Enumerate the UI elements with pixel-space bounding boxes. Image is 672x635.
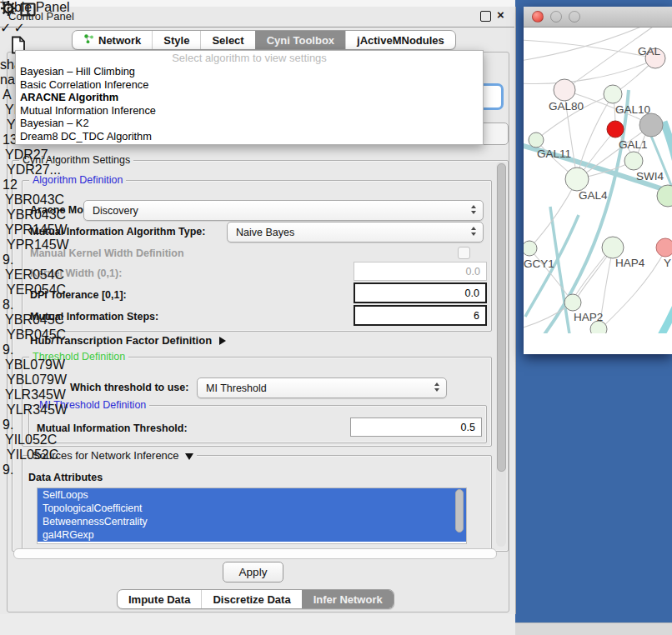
algorithm-option-4[interactable]: Bayesian – K2 bbox=[16, 117, 483, 130]
table-cell: YDR27... bbox=[0, 162, 59, 178]
settings-scrollbar-thumb[interactable] bbox=[497, 163, 506, 472]
node-gal11[interactable] bbox=[529, 132, 544, 148]
node-label-gal11: GAL11 bbox=[537, 148, 571, 160]
tab-impute-data[interactable]: Impute Data bbox=[118, 590, 201, 608]
table-cell: YER054C bbox=[0, 282, 59, 298]
kernel-width-field[interactable]: 0.0 bbox=[354, 262, 487, 281]
table-row-6[interactable]: YBL079WYBL079W bbox=[0, 358, 68, 388]
table-row-4[interactable]: YER054CYER054C8. bbox=[0, 268, 68, 312]
node-label-gcy1: GCY1 bbox=[524, 258, 554, 270]
table-cell: YIL052C bbox=[0, 432, 68, 448]
algorithm-dropdown-list: Bayesian – Hill ClimbingBasic Correlatio… bbox=[16, 65, 483, 142]
node-gcy1[interactable] bbox=[524, 241, 537, 256]
table-cell: 12 bbox=[0, 178, 53, 192]
window-close-button[interactable] bbox=[532, 11, 544, 22]
attribute-item-0[interactable]: SelfLoops bbox=[38, 488, 466, 502]
attribute-list-scrollbar[interactable] bbox=[455, 489, 464, 532]
cyni-bottom-tabs: Impute Data Discretize Data Infer Networ… bbox=[117, 589, 394, 609]
window-minimize-button[interactable] bbox=[550, 11, 562, 22]
manual-kernel-checkbox[interactable] bbox=[458, 247, 470, 259]
mi-steps-field[interactable]: 6 bbox=[354, 305, 487, 326]
window-zoom-button[interactable] bbox=[569, 11, 580, 22]
close-icon[interactable]: × bbox=[497, 8, 504, 22]
table-cell: YLR345W bbox=[0, 402, 59, 418]
table-cell: YER054C bbox=[0, 268, 68, 282]
table-row-1[interactable]: YDR27...YDR27...12 bbox=[0, 148, 68, 192]
table-row-2[interactable]: YBR043CYBR043C bbox=[0, 192, 68, 222]
node-red[interactable] bbox=[607, 121, 624, 138]
chevron-up-down-icon bbox=[434, 382, 439, 392]
node-gal4[interactable] bbox=[565, 168, 589, 191]
node-label-swi4: SWI4 bbox=[636, 170, 664, 182]
node-label-gal: GAL bbox=[638, 45, 661, 58]
gear-icon[interactable] bbox=[0, 5, 20, 19]
tab-style[interactable]: Style bbox=[152, 31, 200, 49]
node-label-gal4: GAL4 bbox=[579, 189, 608, 202]
table-cell: YBR045C bbox=[0, 328, 59, 342]
table-row-8[interactable]: YIL052CYIL052C9. bbox=[0, 432, 68, 478]
algorithm-option-2[interactable]: ARACNE Algorithm bbox=[16, 91, 483, 104]
settings-horizontal-scrollbar[interactable] bbox=[13, 548, 497, 559]
tab-jactivemnodules[interactable]: jActiveMNodules bbox=[345, 31, 455, 49]
node-hap4[interactable] bbox=[602, 237, 624, 258]
apply-button[interactable]: Apply bbox=[223, 562, 283, 582]
table-cell: YBR045C bbox=[0, 312, 68, 328]
tab-network[interactable]: Network bbox=[73, 31, 152, 49]
chevron-up-down-icon bbox=[471, 227, 476, 236]
algorithm-dropdown-placeholder: Select algorithm to view settings bbox=[16, 51, 483, 65]
table-row-5[interactable]: YBR045CYBR045C9. bbox=[0, 312, 68, 358]
aracne-mode-combo[interactable]: Discovery bbox=[83, 200, 484, 221]
table-cell: YIL052C bbox=[0, 448, 59, 462]
dpi-tolerance-field[interactable]: 0.0 bbox=[354, 282, 487, 303]
table-cell: YBL079W bbox=[0, 372, 59, 388]
tab-select[interactable]: Select bbox=[200, 31, 254, 49]
tab-infer-network[interactable]: Infer Network bbox=[302, 590, 394, 608]
node-gal80[interactable] bbox=[554, 79, 575, 101]
algorithm-option-3[interactable]: Mutual Information Inference bbox=[16, 104, 483, 118]
node-label-hap2: HAP2 bbox=[574, 311, 603, 323]
node-gal1[interactable] bbox=[624, 152, 643, 170]
table-row-3[interactable]: YPR145WYPR145W9. bbox=[0, 222, 68, 268]
attribute-item-1[interactable]: TopologicalCoefficient bbox=[38, 502, 466, 515]
expand-arrow-icon[interactable] bbox=[219, 337, 226, 345]
node-gal10[interactable] bbox=[604, 85, 622, 103]
tab-cyni-toolbox[interactable]: Cyni Toolbox bbox=[255, 31, 345, 49]
network-canvas[interactable]: GALGAL80GAL10GAL1GAL11SWI4GAL4GCY1HAP4YH… bbox=[524, 7, 672, 337]
algorithm-dropdown-popup: Select algorithm to view settings Bayesi… bbox=[15, 50, 484, 145]
top-sliver bbox=[0, 0, 515, 7]
bottom-strip bbox=[515, 622, 672, 635]
algorithm-option-0[interactable]: Bayesian – Hill Climbing bbox=[16, 65, 483, 78]
attribute-item-2[interactable]: BetweennessCentrality bbox=[38, 515, 466, 528]
table-cell: YBL079W bbox=[0, 358, 68, 372]
node-gray[interactable] bbox=[639, 113, 663, 137]
columns-icon[interactable] bbox=[20, 5, 36, 19]
network-graph-icon bbox=[83, 33, 94, 47]
table-body: YDL19...YDL19...13YDR27...YDR27...12YBR0… bbox=[0, 102, 68, 478]
control-panel-tabs: Network Style Select Cyni Toolbox jActiv… bbox=[72, 30, 456, 50]
which-threshold-combo[interactable]: MI Threshold bbox=[197, 378, 447, 398]
network-view-window: GALGAL80GAL10GAL1GAL11SWI4GAL4GCY1HAP4YH… bbox=[524, 7, 672, 354]
node-label-hap4: HAP4 bbox=[615, 257, 645, 269]
tab-discretize-data[interactable]: Discretize Data bbox=[201, 590, 301, 608]
attribute-item-3[interactable]: gal4RGexp bbox=[38, 528, 466, 542]
node-pink-y[interactable] bbox=[656, 238, 672, 257]
checked-boxes-icon[interactable]: ✓✓ bbox=[0, 20, 68, 36]
node-label-gal80: GAL80 bbox=[549, 100, 584, 112]
table-cell: YPR145W bbox=[0, 238, 59, 252]
mi-threshold-field[interactable]: 0.5 bbox=[350, 418, 482, 437]
screen: Control Panel × Network Style Se bbox=[0, 0, 672, 635]
control-panel-titlebar: Control Panel × bbox=[0, 7, 514, 28]
node-hap2[interactable] bbox=[564, 294, 581, 311]
float-icon[interactable] bbox=[480, 11, 491, 22]
which-threshold-label: Which threshold to use: bbox=[70, 382, 188, 393]
algorithm-option-1[interactable]: Basic Correlation Inference bbox=[16, 78, 483, 92]
node-label-gal10: GAL10 bbox=[615, 103, 650, 116]
table-row-7[interactable]: YLR345WYLR345W9. bbox=[0, 388, 68, 432]
table-cell: 9. bbox=[0, 342, 53, 358]
mi-type-combo[interactable]: Naive Bayes bbox=[227, 222, 484, 242]
control-panel-window: Control Panel × Network Style Se bbox=[0, 7, 516, 614]
table-cell: 9. bbox=[0, 462, 53, 478]
algorithm-option-5[interactable]: Dream8 DC_TDC Algorithm bbox=[16, 130, 483, 143]
collapse-arrow-icon[interactable] bbox=[185, 453, 193, 460]
node-label-gal1: GAL1 bbox=[619, 138, 648, 151]
